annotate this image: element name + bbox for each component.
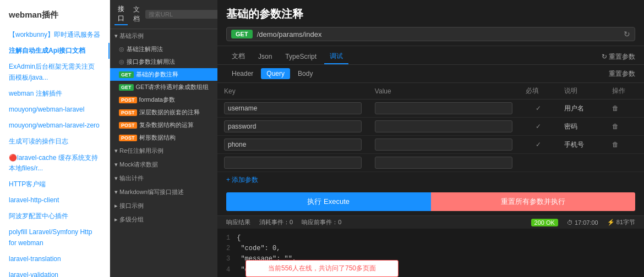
middle-section-header[interactable]: ▾ Mock请求数据 bbox=[110, 158, 217, 171]
method-badge: POST bbox=[119, 135, 137, 141]
sidebar-link[interactable]: mouyong/webman-laravel-zero bbox=[0, 118, 110, 134]
param-desc: 手机号 bbox=[558, 136, 605, 154]
sub-tab[interactable]: Query bbox=[261, 68, 290, 79]
param-desc bbox=[558, 154, 605, 172]
param-required bbox=[519, 154, 558, 172]
section-label: ▾ Re任注解用示例 bbox=[114, 147, 163, 155]
refresh-params-btn[interactable]: 重置参数 bbox=[609, 69, 635, 79]
sidebar-link[interactable]: polyfill Laravel/Symfony Http for webman bbox=[0, 224, 110, 251]
middle-item[interactable]: POST树形数据结构 bbox=[110, 131, 217, 144]
tab-interface[interactable]: 接口 bbox=[114, 3, 128, 25]
param-value-input[interactable] bbox=[375, 138, 512, 151]
method-badge: POST bbox=[119, 97, 137, 103]
table-header: Key bbox=[217, 83, 368, 99]
sidebar-link[interactable]: 生成可读的操作日志 bbox=[0, 134, 110, 149]
tab-refresh-btn[interactable]: ↻ 重置参数 bbox=[602, 52, 635, 62]
middle-section-header[interactable]: ▾ Re任注解用示例 bbox=[110, 144, 217, 158]
sidebar-link[interactable]: laravel-translation bbox=[0, 251, 110, 267]
table-header: 操作 bbox=[605, 83, 644, 99]
method-badge: GET bbox=[231, 30, 253, 38]
api-tab-bar: 文档JsonTypeScript调试↻ 重置参数 bbox=[217, 46, 644, 65]
param-key-input[interactable] bbox=[224, 102, 362, 114]
middle-item[interactable]: POST复杂数据结构的运算 bbox=[110, 119, 217, 131]
item-label: 深层数据的嵌套的注释 bbox=[139, 108, 200, 117]
response-line: 1{ bbox=[226, 233, 635, 243]
method-badge: GET bbox=[119, 84, 134, 91]
params-table: KeyValue必填说明操作 ✓用户名🗑✓密码🗑✓手机号🗑 bbox=[217, 83, 644, 172]
method-badge: POST bbox=[119, 109, 137, 116]
param-value-input[interactable] bbox=[375, 120, 512, 132]
item-label: 复杂数据结构的运算 bbox=[139, 121, 194, 129]
param-value-input[interactable] bbox=[375, 157, 512, 169]
sidebar-link[interactable]: 注解自动生成Api接口文档 bbox=[0, 43, 110, 59]
middle-panel: 接口 文档 🔍 ⚙ ↻ ▾ 基础示例◎基础注解用法◎接口参数注解用法GET基础的… bbox=[110, 0, 217, 277]
param-key-input[interactable] bbox=[224, 157, 362, 169]
sidebar-link[interactable]: 【workbunny】即时通讯服务器 bbox=[0, 27, 110, 43]
param-value-input[interactable] bbox=[375, 102, 512, 114]
section-label: ▾ 输出计件 bbox=[114, 174, 144, 182]
status-bar: 响应结果 消耗事件：0 响应前事件：0 200 OK ⏱ 17:07:00 ⚡ … bbox=[217, 215, 644, 229]
sidebar-link[interactable]: HTTP客户端 bbox=[0, 176, 110, 192]
middle-item[interactable]: ◎基础注解用法 bbox=[110, 43, 217, 56]
api-tab[interactable]: Json bbox=[253, 51, 277, 64]
api-tab[interactable]: 调试 bbox=[324, 49, 348, 64]
param-desc: 密码 bbox=[558, 118, 605, 136]
execute-button[interactable]: 执行 Execute bbox=[226, 192, 431, 211]
middle-section-header[interactable]: ▾ 输出计件 bbox=[110, 171, 217, 185]
reset-execute-button[interactable]: 重置所有参数并执行 bbox=[431, 192, 636, 211]
section-icon: ◎ bbox=[119, 46, 124, 53]
param-key-input[interactable] bbox=[224, 120, 362, 132]
section-icon: ◎ bbox=[119, 58, 124, 65]
param-key-input[interactable] bbox=[224, 138, 362, 151]
param-required: ✓ bbox=[519, 118, 558, 136]
api-title: 基础的参数注释 bbox=[226, 7, 635, 21]
item-label: 基础注解用法 bbox=[127, 45, 163, 53]
middle-item[interactable]: GET基础的参数注释 bbox=[110, 68, 217, 81]
line-content: "code": 0, bbox=[237, 245, 280, 252]
table-header: 必填 bbox=[519, 83, 558, 99]
middle-item[interactable]: GETGET请求待遇对象成数组组 bbox=[110, 81, 217, 93]
api-tab[interactable]: 文档 bbox=[226, 49, 250, 64]
sub-tab[interactable]: Body bbox=[292, 68, 318, 79]
sidebar-link[interactable]: ExAdmin后台框架无需关注页面模板/java... bbox=[0, 59, 110, 85]
sub-tab-bar: HeaderQueryBody重置参数 bbox=[217, 65, 644, 83]
tab-docs[interactable]: 文档 bbox=[130, 4, 143, 25]
section-label: ▾ 基础示例 bbox=[114, 32, 144, 40]
item-label: 接口参数注解用法 bbox=[127, 58, 175, 66]
middle-item[interactable]: POST深层数据的嵌套的注释 bbox=[110, 106, 217, 119]
middle-section-header[interactable]: ▸ 接口示例 bbox=[110, 199, 217, 213]
middle-sections: ▾ 基础示例◎基础注解用法◎接口参数注解用法GET基础的参数注释GETGET请求… bbox=[110, 29, 217, 226]
sidebar-link[interactable]: 🔴laravel-cache 缓存系统支持本地files/r... bbox=[0, 150, 110, 176]
middle-item[interactable]: ◎接口参数注解用法 bbox=[110, 56, 217, 68]
section-label: ▸ 接口示例 bbox=[114, 202, 144, 210]
middle-item[interactable]: POSTformdata参数 bbox=[110, 93, 217, 106]
sidebar-link[interactable]: laravel-http-client bbox=[0, 192, 110, 208]
param-delete[interactable]: 🗑 bbox=[605, 136, 644, 154]
status-size: ⚡ 81字节 bbox=[607, 218, 635, 226]
table-header: 说明 bbox=[558, 83, 605, 99]
sidebar-title: webman插件 bbox=[0, 5, 110, 27]
status-ok-badge: 200 OK bbox=[531, 219, 558, 226]
sidebar-link[interactable]: webman 注解插件 bbox=[0, 86, 110, 102]
middle-section-header[interactable]: ▸ 多级分组 bbox=[110, 213, 217, 226]
api-header: 基础的参数注释 GET /demo/params/index ↻ bbox=[217, 0, 644, 46]
middle-section-header[interactable]: ▾ Markdown编写接口描述 bbox=[110, 185, 217, 199]
param-required: ✓ bbox=[519, 136, 558, 154]
result-label: 响应结果 bbox=[226, 218, 250, 226]
add-param-button[interactable]: + 添加参数 bbox=[217, 172, 644, 188]
sidebar-link[interactable]: mouyong/webman-laravel bbox=[0, 102, 110, 118]
sidebar-link[interactable]: 阿波罗配置中心插件 bbox=[0, 208, 110, 224]
param-delete[interactable]: 🗑 bbox=[605, 118, 644, 136]
middle-search-input[interactable] bbox=[145, 10, 217, 19]
response-events-label: 响应前事件：0 bbox=[302, 218, 341, 226]
item-label: 基础的参数注释 bbox=[136, 70, 178, 79]
sidebar-link[interactable]: laravel-validation bbox=[0, 267, 110, 277]
api-url-bar: GET /demo/params/index ↻ bbox=[226, 27, 635, 41]
param-delete[interactable]: 🗑 bbox=[605, 99, 644, 118]
status-time: ⏱ 17:07:00 bbox=[567, 219, 598, 226]
execute-bar: 执行 Execute 重置所有参数并执行 bbox=[226, 192, 635, 211]
sub-tab[interactable]: Header bbox=[226, 68, 259, 79]
middle-section-header[interactable]: ▾ 基础示例 bbox=[110, 29, 217, 43]
url-refresh-icon[interactable]: ↻ bbox=[624, 30, 630, 38]
api-tab[interactable]: TypeScript bbox=[280, 51, 322, 64]
